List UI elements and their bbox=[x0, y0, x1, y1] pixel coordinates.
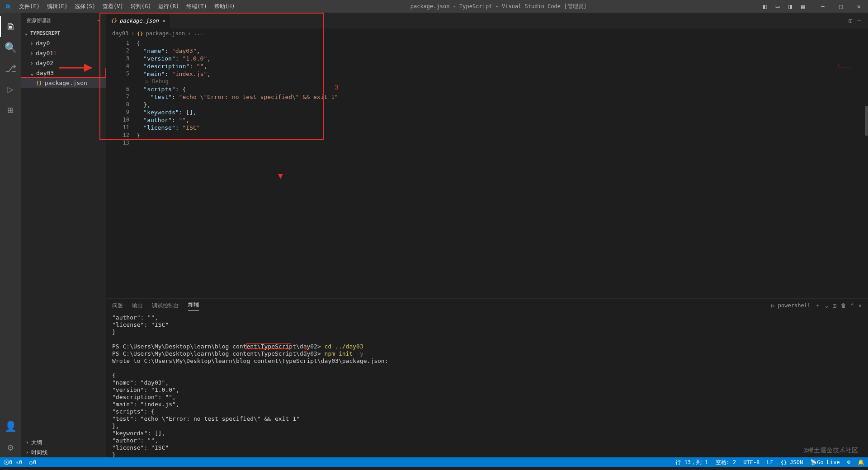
file-label: package.json bbox=[45, 80, 87, 86]
terminal-profile[interactable]: ▷ powershell bbox=[771, 302, 811, 309]
json-file-icon: {} bbox=[35, 80, 42, 86]
minimap[interactable] bbox=[825, 64, 868, 73]
menu-edit[interactable]: 编辑(E) bbox=[43, 0, 71, 13]
window-minimize-icon[interactable]: − bbox=[814, 0, 832, 13]
chevron-down-icon: ⌄ bbox=[24, 30, 29, 36]
extensions-icon[interactable]: ⊞ bbox=[0, 99, 21, 120]
file-package-json[interactable]: {} package.json bbox=[21, 78, 106, 88]
json-file-icon: {} bbox=[111, 18, 117, 24]
folder-label: day03 bbox=[36, 70, 54, 76]
crumb-file[interactable]: package.json bbox=[146, 30, 185, 37]
window-maximize-icon[interactable]: ▢ bbox=[832, 0, 850, 13]
editor-actions: ◫ ⋯ bbox=[846, 13, 868, 28]
folder-day02[interactable]: › day02 bbox=[21, 58, 106, 68]
annotation-box bbox=[246, 343, 291, 349]
crumb-more[interactable]: ... bbox=[194, 30, 204, 37]
status-feedback-icon[interactable]: ☺ bbox=[844, 459, 854, 465]
status-language[interactable]: {} JSON bbox=[777, 459, 807, 465]
terminal-line: "main": "index.js", bbox=[112, 401, 862, 408]
status-cursor-pos[interactable]: 行 13，列 1 bbox=[672, 459, 712, 466]
toggle-panel-right-icon[interactable]: ◨ bbox=[784, 3, 797, 10]
toggle-panel-left-icon[interactable]: ◧ bbox=[759, 3, 771, 10]
debug-codelens[interactable]: Debug bbox=[152, 78, 169, 85]
bottom-panel: 问题 输出 调试控制台 终端 ▷ powershell ＋ ⌄ ◫ 🗑 ⌃ ✕ … bbox=[106, 298, 868, 457]
status-errors[interactable]: ⓧ 0 ⚠ 0 bbox=[0, 459, 26, 466]
new-terminal-icon[interactable]: ＋ bbox=[815, 302, 821, 310]
terminal-line: { bbox=[112, 372, 862, 379]
layout-controls: ◧ ▭ ◨ ▦ bbox=[759, 3, 814, 10]
menu-file[interactable]: 文件(F) bbox=[15, 0, 43, 13]
outline-label: 大纲 bbox=[31, 439, 42, 446]
account-icon[interactable]: 👤 bbox=[0, 416, 21, 437]
code-area[interactable]: { "name": "day03", "version": "1.0.0", "… bbox=[129, 38, 868, 298]
terminal-prompt: PS C:\Users\My\Desktop\learn\blog conten… bbox=[112, 343, 325, 350]
folder-day01[interactable]: › day01 1 bbox=[21, 48, 106, 58]
chevron-right-icon: › bbox=[29, 50, 34, 56]
tab-problems[interactable]: 问题 bbox=[112, 302, 123, 310]
tab-terminal[interactable]: 终端 bbox=[188, 301, 199, 310]
terminal-line: "test": "echo \"Error: no test specified… bbox=[112, 415, 862, 423]
status-indent[interactable]: 空格: 2 bbox=[712, 459, 740, 466]
chevron-right-icon: › bbox=[29, 60, 34, 66]
terminal-line: "description": "", bbox=[112, 394, 862, 401]
terminal-dropdown-icon[interactable]: ⌄ bbox=[825, 302, 828, 309]
status-encoding[interactable]: UTF-8 bbox=[740, 459, 763, 465]
terminal-line: "license": "ISC" bbox=[112, 321, 862, 329]
window-title: package.json - TypeScript - Visual Studi… bbox=[239, 3, 759, 10]
sidebar-section[interactable]: ⌄ TYPESCRIPT bbox=[21, 28, 106, 38]
chevron-right-icon: › bbox=[24, 439, 30, 446]
title-bar: ⧉ 文件(F) 编辑(E) 选择(S) 查看(V) 转到(G) 运行(R) 终端… bbox=[0, 0, 868, 13]
chevron-right-icon: › bbox=[24, 449, 30, 456]
timeline-section[interactable]: › 时间线 bbox=[21, 447, 106, 457]
more-actions-icon[interactable]: ⋯ bbox=[855, 18, 863, 24]
status-eol[interactable]: LF bbox=[763, 459, 777, 465]
crumb-folder[interactable]: day03 bbox=[112, 30, 128, 37]
customize-layout-icon[interactable]: ▦ bbox=[797, 3, 809, 10]
source-control-icon[interactable]: ⎇ bbox=[0, 58, 21, 79]
status-port[interactable]: ⦶ 0 bbox=[26, 459, 40, 465]
sidebar-title: 资源管理器 bbox=[26, 17, 51, 24]
menu-help[interactable]: 帮助(H) bbox=[211, 0, 239, 13]
folder-label: day02 bbox=[36, 60, 53, 66]
terminal-line: "scripts": { bbox=[112, 408, 862, 415]
tab-debug-console[interactable]: 调试控制台 bbox=[152, 302, 179, 310]
menu-bar: 文件(F) 编辑(E) 选择(S) 查看(V) 转到(G) 运行(R) 终端(T… bbox=[15, 0, 239, 13]
menu-go[interactable]: 转到(G) bbox=[127, 0, 155, 13]
tab-output[interactable]: 输出 bbox=[132, 302, 143, 310]
search-icon[interactable]: 🔍 bbox=[0, 37, 21, 58]
close-icon[interactable]: ✕ bbox=[162, 18, 165, 24]
project-name: TYPESCRIPT bbox=[30, 30, 60, 36]
folder-day03[interactable]: ⌄ day03 bbox=[21, 68, 106, 78]
status-bell-icon[interactable]: 🔔 bbox=[854, 459, 868, 465]
scrollbar[interactable] bbox=[865, 106, 868, 136]
window-close-icon[interactable]: ✕ bbox=[850, 0, 868, 13]
sidebar-more-icon[interactable]: ⋯ bbox=[97, 18, 100, 24]
menu-view[interactable]: 查看(V) bbox=[99, 0, 127, 13]
split-editor-icon[interactable]: ◫ bbox=[846, 18, 855, 24]
menu-select[interactable]: 选择(S) bbox=[71, 0, 99, 13]
run-debug-icon[interactable]: ▷ bbox=[0, 79, 21, 99]
status-golive[interactable]: 📡 Go Live bbox=[807, 459, 844, 465]
toggle-panel-bottom-icon[interactable]: ▭ bbox=[771, 3, 784, 10]
annotation-2: 2 bbox=[304, 346, 307, 353]
chevron-down-icon: ⌄ bbox=[29, 70, 35, 76]
tab-bar: {} package.json ✕ ◫ ⋯ bbox=[106, 13, 868, 28]
terminal-line: } bbox=[112, 329, 862, 336]
folder-label: day01 bbox=[36, 50, 53, 56]
kill-terminal-icon[interactable]: 🗑 bbox=[841, 302, 846, 309]
terminal[interactable]: "author": "", "license": "ISC" } PS C:\U… bbox=[106, 312, 868, 457]
folder-day0[interactable]: › day0 bbox=[21, 38, 106, 48]
split-terminal-icon[interactable]: ◫ bbox=[833, 302, 836, 309]
tab-package-json[interactable]: {} package.json ✕ bbox=[106, 13, 170, 28]
breadcrumb[interactable]: day03› {} package.json› ... bbox=[106, 28, 868, 38]
close-panel-icon[interactable]: ✕ bbox=[859, 302, 862, 309]
gear-icon[interactable]: ⚙ bbox=[0, 437, 21, 457]
explorer-icon[interactable]: 🗎 bbox=[0, 16, 21, 37]
outline-section[interactable]: › 大纲 bbox=[21, 437, 106, 447]
annotation-3: 3 bbox=[335, 83, 338, 91]
menu-terminal[interactable]: 终端(T) bbox=[183, 0, 211, 13]
maximize-panel-icon[interactable]: ⌃ bbox=[851, 302, 854, 309]
editor[interactable]: 12345 678910111213 { "name": "day03", "v… bbox=[106, 38, 868, 298]
terminal-line: "name": "day03", bbox=[112, 379, 862, 386]
menu-run[interactable]: 运行(R) bbox=[155, 0, 183, 13]
